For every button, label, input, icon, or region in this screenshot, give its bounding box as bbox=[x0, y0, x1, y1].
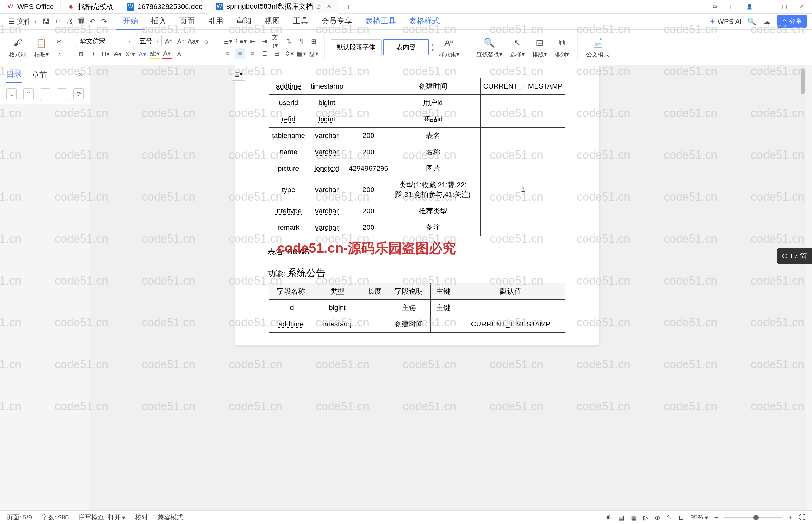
globe-icon[interactable]: ⊕ bbox=[655, 514, 660, 521]
minimize-icon[interactable]: — bbox=[763, 3, 771, 11]
chevron-up-icon[interactable]: ▴ bbox=[432, 43, 434, 47]
align-center-icon[interactable]: ≡ bbox=[235, 48, 245, 59]
redo-icon[interactable]: ↷ bbox=[98, 16, 110, 28]
app-tab-doc2-active[interactable]: W springboot583nf数据库文档 ⎚ ✕ bbox=[209, 0, 338, 14]
file-menu[interactable]: ☰ 文件 ▾ bbox=[5, 17, 40, 27]
indent-left-icon[interactable]: ⇤ bbox=[247, 36, 258, 46]
app-tab-doc1[interactable]: W 1678632825306.doc bbox=[120, 0, 209, 14]
font-size-select[interactable]: 五号 ▾ bbox=[136, 35, 162, 47]
close-window-icon[interactable]: ✕ bbox=[798, 3, 806, 11]
refresh-icon[interactable]: ⟳ bbox=[73, 88, 84, 100]
view-read-icon[interactable]: 👁 bbox=[606, 514, 612, 521]
ribbon-tab-page[interactable]: 页面 bbox=[173, 13, 201, 30]
export-icon[interactable]: ⎙ bbox=[52, 16, 64, 28]
remove-icon[interactable]: − bbox=[57, 88, 67, 100]
underline-icon[interactable]: U▾ bbox=[101, 49, 111, 59]
table-row[interactable]: useridbigint用户id bbox=[269, 95, 565, 111]
text-direction-icon[interactable]: 文↕▾ bbox=[272, 36, 282, 46]
zoom-thumb[interactable] bbox=[753, 515, 759, 520]
table-row[interactable]: addtimetimestamp创建时间CURRENT_TIMESTAMP bbox=[269, 78, 565, 95]
cloud-icon[interactable]: ☁ bbox=[761, 16, 773, 28]
paste-icon[interactable]: 📋 bbox=[35, 36, 48, 49]
border-icon[interactable]: ▦▾ bbox=[296, 48, 306, 59]
zoom-in-icon[interactable]: + bbox=[789, 514, 793, 521]
app-tab-docer[interactable]: ◈ 找稻壳模板 bbox=[61, 0, 120, 14]
shrink-font-icon[interactable]: A⁻ bbox=[176, 36, 186, 46]
chevron-down-icon[interactable]: ▾ bbox=[432, 48, 434, 52]
style-set-icon[interactable]: Aª bbox=[443, 36, 455, 49]
table-row[interactable]: idbigint主键主键 bbox=[269, 300, 565, 316]
fullscreen-icon[interactable]: ⛶ bbox=[799, 514, 806, 521]
zoom-out-icon[interactable]: − bbox=[714, 514, 718, 521]
arrange-icon[interactable]: ⊟ bbox=[533, 36, 546, 49]
table-row[interactable]: picturelongtext4294967295图片 bbox=[269, 161, 565, 177]
table-header-row[interactable]: 字段名称类型长度字段说明主键默认值 bbox=[269, 283, 565, 300]
chevron-right-icon[interactable]: › bbox=[57, 71, 59, 78]
copy-icon[interactable]: ⧉ bbox=[711, 3, 718, 11]
grow-font-icon[interactable]: A⁺ bbox=[164, 36, 174, 46]
distribute-icon[interactable]: ⊟ bbox=[272, 48, 282, 59]
ribbon-tab-view[interactable]: 视图 bbox=[258, 13, 286, 30]
fit-icon[interactable]: ⊡ bbox=[679, 514, 684, 521]
shading2-icon[interactable]: ▨▾ bbox=[308, 48, 319, 59]
table-row[interactable]: refidbigint商品id bbox=[269, 111, 565, 128]
align-left-icon[interactable]: ≡ bbox=[223, 48, 233, 59]
undo-icon[interactable]: ↶ bbox=[87, 16, 98, 28]
status-compat[interactable]: 兼容模式 bbox=[158, 513, 183, 522]
expand-icon[interactable]: ⌃ bbox=[23, 88, 34, 100]
collapse-icon[interactable]: ⌄ bbox=[6, 88, 17, 100]
ribbon-tab-tools[interactable]: 工具 bbox=[286, 13, 315, 30]
close-icon[interactable]: ✕ bbox=[327, 3, 332, 10]
doc-mode-icon[interactable]: 📄 bbox=[591, 36, 604, 49]
zoom-value[interactable]: 95% ▾ bbox=[691, 514, 708, 521]
add-tab-button[interactable]: ＋ bbox=[338, 2, 359, 12]
status-words[interactable]: 字数: 986 bbox=[42, 513, 69, 522]
arrange2-icon[interactable]: ⧉ bbox=[556, 36, 568, 49]
view-print-icon[interactable]: ▤ bbox=[618, 514, 625, 521]
font-name-select[interactable]: 华文仿宋 ▾ bbox=[76, 35, 134, 47]
bullets-icon[interactable]: ☰▾ bbox=[223, 36, 233, 46]
copy-icon[interactable]: ⎘ bbox=[54, 48, 64, 59]
pilcrow-icon[interactable]: ¶ bbox=[296, 36, 306, 46]
ime-indicator[interactable]: CH ♪ 简 bbox=[777, 248, 812, 264]
sidebar-tab-toc[interactable]: 目录 bbox=[6, 66, 22, 83]
status-page[interactable]: 页面: 5/9 bbox=[6, 513, 32, 522]
ribbon-tab-home[interactable]: 开始 bbox=[116, 13, 145, 30]
ribbon-tab-review[interactable]: 审阅 bbox=[230, 13, 258, 30]
edit-icon[interactable]: ✎ bbox=[667, 514, 672, 521]
select-icon[interactable]: ↖ bbox=[511, 36, 524, 49]
search-icon[interactable]: 🔍 bbox=[746, 16, 757, 28]
avatar-icon[interactable]: 👤 bbox=[746, 3, 753, 11]
format-brush-icon[interactable]: 🖌 bbox=[11, 36, 24, 49]
numbering-icon[interactable]: ⋮≡▾ bbox=[235, 36, 245, 46]
font-color-icon[interactable]: A▾ bbox=[162, 49, 172, 59]
app-tab-wps[interactable]: W WPS Office bbox=[0, 0, 61, 14]
save-icon[interactable]: 🖫 bbox=[40, 16, 52, 28]
cube-icon[interactable]: ⬚ bbox=[728, 3, 736, 11]
print-icon[interactable]: 🖨 bbox=[64, 16, 75, 28]
table-row[interactable]: inteltypevarchar200推荐类型 bbox=[269, 203, 565, 219]
maximize-icon[interactable]: ▢ bbox=[780, 3, 788, 11]
share-button[interactable]: ⇪ 分享 bbox=[777, 15, 807, 28]
ribbon-tab-vip[interactable]: 会员专享 bbox=[315, 13, 359, 30]
ribbon-tab-ref[interactable]: 引用 bbox=[201, 13, 230, 30]
text-effect-icon[interactable]: A▾ bbox=[137, 49, 148, 59]
view-play-icon[interactable]: ▷ bbox=[644, 514, 648, 521]
close-icon[interactable]: ✕ bbox=[77, 70, 84, 79]
strike-icon[interactable]: A▾ bbox=[113, 49, 123, 59]
ribbon-tab-tabletools[interactable]: 表格工具 bbox=[359, 13, 402, 30]
find-icon[interactable]: 🔍 bbox=[483, 36, 496, 49]
shading-icon[interactable]: A bbox=[174, 49, 184, 59]
ribbon-tab-insert[interactable]: 插入 bbox=[145, 13, 173, 30]
superscript-icon[interactable]: X²▾ bbox=[125, 49, 135, 59]
scrollbar-thumb[interactable] bbox=[801, 68, 805, 94]
cut-icon[interactable]: ✂ bbox=[54, 36, 64, 46]
indent-right-icon[interactable]: ⇥ bbox=[260, 36, 270, 46]
align-right-icon[interactable]: ≡ bbox=[247, 48, 258, 59]
table-row[interactable]: tablenamevarchar200表名 bbox=[269, 128, 565, 144]
wps-ai-button[interactable]: ✦ WPS AI bbox=[710, 17, 742, 26]
view-web-icon[interactable]: ▦ bbox=[631, 514, 637, 521]
highlight-icon[interactable]: ab▾ bbox=[150, 49, 160, 59]
change-case-icon[interactable]: Aa▾ bbox=[188, 36, 198, 46]
line-spacing-icon[interactable]: ⇕▾ bbox=[284, 48, 294, 59]
